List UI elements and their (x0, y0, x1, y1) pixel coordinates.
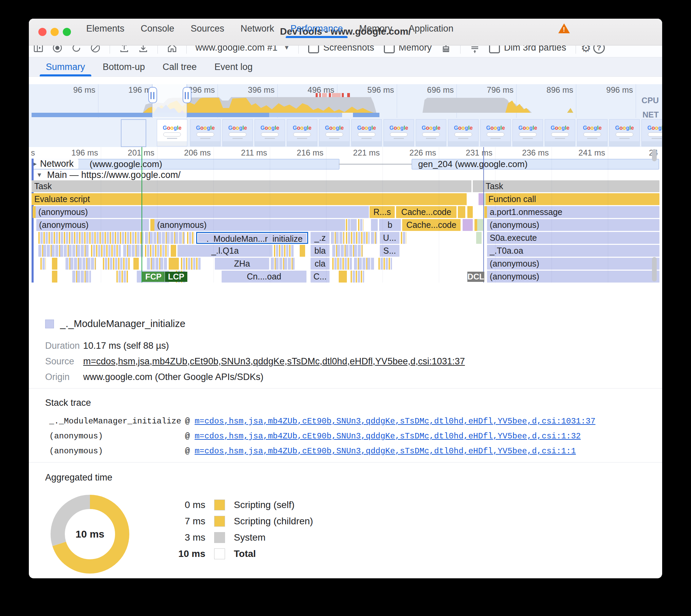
dcl-marker-badge[interactable]: DCL (467, 272, 484, 282)
tab-application[interactable]: Application (400, 19, 462, 38)
flame-event[interactable]: _.l.Q1a (178, 245, 273, 257)
screenshot-thumbnail[interactable]: Google (384, 119, 414, 146)
tab-performance[interactable]: Performance (282, 19, 351, 38)
flame-event[interactable]: (anonymous) (154, 219, 345, 231)
selection-right-handle[interactable]: || (183, 87, 191, 103)
flame-event-fragment[interactable] (476, 232, 482, 244)
flame-event[interactable]: bla (311, 245, 330, 257)
flame-event-fragment[interactable] (271, 258, 295, 270)
screenshot-thumbnail[interactable]: Google (512, 119, 543, 146)
flame-event[interactable]: S0a.execute (487, 232, 659, 244)
flame-event-fragment[interactable] (274, 245, 294, 257)
flame-event[interactable]: Function call (486, 193, 659, 205)
flame-event-fragment[interactable] (169, 258, 179, 270)
flame-event[interactable]: Task (483, 180, 659, 192)
tab-bottom-up[interactable]: Bottom-up (94, 58, 154, 76)
flame-event[interactable]: _.T0a.oa (487, 245, 659, 257)
flame-event[interactable]: cla (311, 258, 330, 270)
selection-left-handle[interactable]: || (148, 87, 157, 103)
flame-event-fragment[interactable] (52, 271, 57, 283)
flame-event-fragment[interactable] (351, 219, 357, 231)
screenshot-thumbnail[interactable]: Google (190, 119, 221, 146)
flame-event-fragment[interactable] (371, 219, 378, 231)
flame-event-fragment[interactable] (331, 232, 344, 244)
main-thread-track-header[interactable]: ▼ Main — https://www.google.com/ (29, 169, 662, 180)
flame-event[interactable]: (anonymous) (487, 258, 659, 270)
network-request-bar[interactable]: gen_204 (www.google.com) (412, 159, 659, 169)
screenshot-thumbnail[interactable] (121, 119, 146, 147)
screenshot-thumbnail[interactable]: Google (157, 119, 187, 146)
flame-event-fragment[interactable] (116, 271, 129, 283)
tab-memory[interactable]: Memory (351, 19, 400, 38)
flame-event-fragment[interactable] (145, 232, 185, 244)
flame-event-fragment[interactable] (171, 245, 176, 257)
flame-event-fragment[interactable] (332, 245, 363, 257)
flame-event-fragment[interactable] (40, 258, 46, 270)
network-track-header[interactable]: ▶ Network (29, 159, 78, 169)
flame-event-fragment[interactable] (38, 232, 144, 244)
flame-event-fragment[interactable] (477, 219, 483, 231)
flame-event[interactable]: a.port1.onmessage (487, 206, 659, 218)
screenshot-thumbnail[interactable]: Google (448, 119, 479, 146)
screenshot-thumbnail[interactable]: Google (609, 119, 640, 146)
stack-frame-source-link[interactable]: m=cdos,hsm,jsa,mb4ZUb,cEt90b,SNUn3,qddgK… (194, 432, 581, 441)
tab-summary[interactable]: Summary (37, 58, 94, 76)
vertical-scrollbar[interactable] (652, 257, 657, 282)
flame-event-fragment[interactable] (467, 206, 473, 218)
flame-event-fragment[interactable] (103, 258, 130, 270)
tab-sources[interactable]: Sources (183, 19, 232, 38)
flame-event-fragment[interactable] (354, 258, 374, 270)
fcp-marker-badge[interactable]: FCP (142, 272, 165, 282)
screenshot-thumbnail[interactable]: Google (416, 119, 446, 146)
flame-event-fragment[interactable] (371, 232, 377, 244)
flame-event-fragment[interactable] (332, 258, 353, 270)
stack-frame-source-link[interactable]: m=cdos,hsm,jsa,mb4ZUb,cEt90b,SNUn3,qddgK… (194, 447, 576, 456)
flame-event-fragment[interactable] (187, 232, 194, 244)
screenshot-thumbnail[interactable]: Google (255, 119, 285, 146)
tab-call-tree[interactable]: Call tree (154, 58, 206, 76)
flame-event-fragment[interactable] (38, 245, 89, 257)
stack-frame-source-link[interactable]: m=cdos,hsm,jsa,mb4ZUb,cEt90b,SNUn3,qddgK… (194, 417, 595, 426)
flame-event-fragment[interactable] (181, 258, 201, 270)
flame-event[interactable]: Cache...code (396, 206, 456, 218)
flame-event[interactable]: (anonymous) (487, 271, 659, 283)
flame-event[interactable]: C... (311, 271, 330, 283)
flame-event-fragment[interactable] (458, 206, 465, 218)
flame-event-fragment[interactable] (358, 219, 363, 231)
screenshot-thumbnail[interactable]: Google (319, 119, 350, 146)
screenshot-thumbnail[interactable]: Google (287, 119, 317, 146)
flame-event[interactable]: Cache...code (402, 219, 461, 231)
timeline-overview[interactable]: 96 ms196 ms296 ms396 ms496 ms596 ms696 m… (29, 84, 662, 118)
flame-event-fragment[interactable] (346, 232, 370, 244)
source-link[interactable]: m=cdos,hsm,jsa,mb4ZUb,cEt90b,SNUn3,qddgK… (83, 356, 465, 367)
flame-event[interactable]: (anonymous) (36, 206, 369, 218)
screenshot-thumbnail[interactable]: Google (480, 119, 511, 146)
flame-event-fragment[interactable] (123, 245, 144, 257)
flame-event-fragment[interactable] (66, 258, 96, 270)
flame-event-fragment[interactable] (300, 245, 305, 257)
flame-event[interactable]: _.z (311, 232, 330, 244)
flame-event[interactable]: R...s (370, 206, 395, 218)
tab-event-log[interactable]: Event log (206, 58, 262, 76)
flame-event[interactable]: (anonymous) (36, 219, 149, 231)
tab-console[interactable]: Console (133, 19, 183, 38)
flame-event-fragment[interactable] (351, 271, 364, 283)
screenshot-thumbnail[interactable]: Google (545, 119, 575, 146)
flame-event[interactable]: Cn....oad (222, 271, 306, 283)
flame-event[interactable]: ZHa (215, 258, 269, 270)
flame-event[interactable]: (anonymous) (487, 219, 659, 231)
lcp-marker-badge[interactable]: LCP (165, 272, 187, 282)
flame-event-fragment[interactable] (339, 271, 347, 283)
flame-event-fragment[interactable] (91, 245, 122, 257)
flame-event-fragment[interactable] (463, 219, 473, 231)
tab-elements[interactable]: Elements (78, 19, 133, 38)
screenshot-thumbnail[interactable]: Google (222, 119, 253, 146)
flame-event-fragment[interactable] (378, 258, 392, 270)
screenshot-thumbnail[interactable]: Google (351, 119, 382, 146)
flame-event[interactable]: Evaluate script (32, 193, 467, 205)
tab-network[interactable]: Network (232, 19, 282, 38)
screenshot-thumbnail[interactable]: Google (641, 119, 662, 146)
flame-event-fragment[interactable] (72, 271, 91, 283)
screenshot-thumbnail[interactable]: Google (577, 119, 608, 146)
flame-event-selected[interactable]: _._ModuleMan...r_initialize (196, 232, 308, 244)
